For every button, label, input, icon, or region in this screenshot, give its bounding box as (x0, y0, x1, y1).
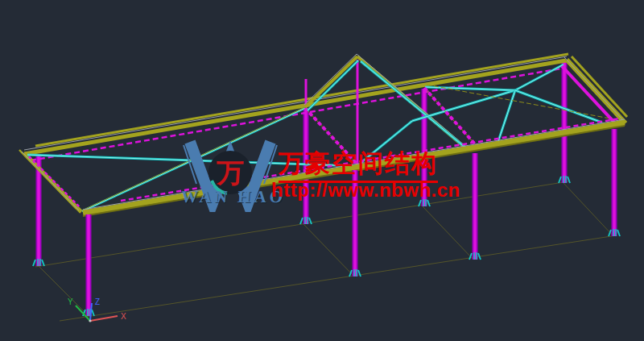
y-axis (76, 306, 90, 321)
y-axis-label: Y (68, 297, 73, 306)
ucs-origin (89, 319, 91, 322)
cad-viewport[interactable]: 万 WAN HAO 万豪空间结构 http://www.nbwh.cn X Y … (0, 0, 644, 341)
x-axis-label: X (121, 312, 126, 321)
ucs-axis-icon: X Y Z (64, 295, 137, 335)
structure-wireframe (0, 0, 644, 341)
z-axis (90, 303, 92, 321)
x-axis (90, 316, 118, 321)
z-axis-label: Z (95, 297, 100, 306)
